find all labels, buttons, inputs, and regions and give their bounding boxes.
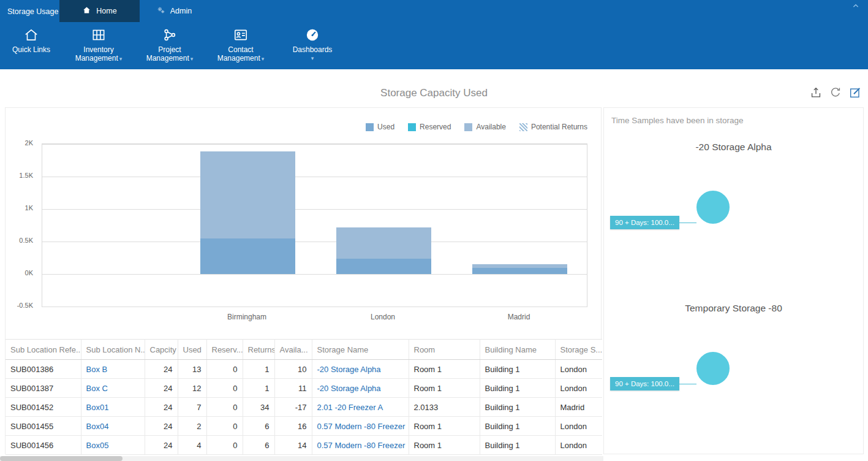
column-header[interactable]: Sub Location N... xyxy=(81,340,145,360)
cell: 1 xyxy=(243,379,274,398)
cell: London xyxy=(555,379,602,398)
y-tick-label: 1.5K xyxy=(6,172,37,179)
column-header[interactable]: Storage Name xyxy=(312,340,409,360)
refresh-icon[interactable] xyxy=(829,86,842,99)
column-header[interactable]: Returns xyxy=(243,340,274,360)
cell: 0 xyxy=(206,436,243,455)
nav-item-dashboards[interactable]: Dashboards ▾ xyxy=(279,27,346,63)
y-axis-labels: 2K1.5K1K0.5K0K-0.5K xyxy=(6,143,37,307)
home-icon xyxy=(82,6,91,17)
column-header[interactable]: Capcity xyxy=(145,340,178,360)
bar-segment-used[interactable] xyxy=(200,238,295,274)
cell-link[interactable]: 0.57 Modern -80 Freezer xyxy=(312,417,409,436)
legend-item-available[interactable]: Available xyxy=(464,123,505,131)
scrollbar-thumb[interactable] xyxy=(0,456,123,461)
legend-item-potential-returns[interactable]: Potential Returns xyxy=(519,123,587,131)
donut-chart[interactable] xyxy=(696,191,730,224)
cell: 24 xyxy=(145,379,178,398)
cell: Room 1 xyxy=(409,417,480,436)
legend-item-reserved[interactable]: Reserved xyxy=(408,123,451,131)
cell: 4 xyxy=(178,436,206,455)
contact-icon xyxy=(233,27,249,43)
donut-chart[interactable] xyxy=(696,352,730,385)
nav-item-inventory-management[interactable]: Inventory Management▾ xyxy=(65,27,132,63)
bar-segment-available[interactable] xyxy=(472,264,567,268)
legend-label: Used xyxy=(377,123,394,131)
caret-down-icon: ▾ xyxy=(279,54,346,63)
legend-swatch xyxy=(464,123,472,131)
tab-home-label: Home xyxy=(96,7,116,15)
bar-segment-used[interactable] xyxy=(336,259,431,274)
cell-link[interactable]: Box04 xyxy=(81,417,145,436)
legend-item-used[interactable]: Used xyxy=(366,123,394,131)
column-header[interactable]: Availa... xyxy=(274,340,312,360)
cell: London xyxy=(555,436,602,455)
donut-title: -20 Storage Alpha xyxy=(604,142,863,153)
x-axis-labels: BirminghamLondonMadrid xyxy=(42,313,587,325)
horizontal-scrollbar[interactable] xyxy=(0,456,603,461)
gridline xyxy=(42,307,587,307)
cell: 12 xyxy=(178,379,206,398)
cell-link[interactable]: Box C xyxy=(81,379,145,398)
y-tick-label: 0K xyxy=(6,269,37,276)
cell: SUB001452 xyxy=(6,398,81,417)
y-tick-label: 0.5K xyxy=(6,237,37,244)
chart-legend: UsedReservedAvailablePotential Returns xyxy=(366,123,587,131)
tab-home[interactable]: Home xyxy=(59,0,140,22)
scroll-top-button[interactable] xyxy=(848,1,863,13)
gears-icon xyxy=(156,6,165,17)
tab-admin[interactable]: Admin xyxy=(146,0,202,22)
nav-label: Project Management xyxy=(146,45,189,63)
bar-chart-plot xyxy=(42,143,587,307)
edit-icon[interactable] xyxy=(848,86,862,99)
cell: Madrid xyxy=(555,398,602,417)
cell: 2 xyxy=(178,417,206,436)
cell: Building 1 xyxy=(480,398,555,417)
donut-title: Temporary Storage -80 xyxy=(604,303,863,314)
column-header[interactable]: Reserv... xyxy=(206,340,243,360)
legend-label: Potential Returns xyxy=(531,123,587,131)
column-header[interactable]: Room xyxy=(409,340,480,360)
dashboard-toolbar xyxy=(809,86,862,99)
legend-swatch xyxy=(366,123,374,131)
slice-label: 90 + Days: 100.0... xyxy=(610,377,679,391)
nav-item-contact-management[interactable]: Contact Management▾ xyxy=(207,27,274,63)
bar-segment-available[interactable] xyxy=(200,151,295,238)
nav-item-quick-links[interactable]: Quick Links xyxy=(4,27,59,54)
cell: SUB001456 xyxy=(6,436,81,455)
nav-item-project-management[interactable]: Project Management▾ xyxy=(136,27,203,63)
x-tick-label: Madrid xyxy=(470,313,568,321)
top-nav: Storage Usage Home Admin xyxy=(0,0,868,69)
cell-link[interactable]: Box01 xyxy=(81,398,145,417)
cell-link[interactable]: -20 Storage Alpha xyxy=(312,360,409,379)
app-title: Storage Usage xyxy=(7,7,58,16)
cell-link[interactable]: -20 Storage Alpha xyxy=(312,379,409,398)
nav-label: Inventory Management xyxy=(75,45,118,63)
app-window: Storage Usage Home Admin xyxy=(0,0,868,461)
cell-link[interactable]: 2.01 -20 Freezer A xyxy=(312,398,409,417)
table-row: SUB001387Box C24120111-20 Storage AlphaR… xyxy=(6,379,602,398)
legend-label: Available xyxy=(476,123,505,131)
cell-link[interactable]: Box05 xyxy=(81,436,145,455)
table-body: SUB001386Box B24130110-20 Storage AlphaR… xyxy=(6,360,602,455)
export-icon[interactable] xyxy=(809,86,823,99)
column-header[interactable]: Building Name xyxy=(480,340,555,360)
y-tick-label: -0.5K xyxy=(6,302,37,309)
inventory-icon xyxy=(91,27,107,43)
x-tick-label: Birmingham xyxy=(198,313,296,321)
column-header[interactable]: Sub Location Refe... xyxy=(6,340,81,360)
caret-down-icon: ▾ xyxy=(262,56,265,62)
table-header-row: Sub Location Refe...Sub Location N...Cap… xyxy=(6,340,602,360)
storage-capacity-widget: UsedReservedAvailablePotential Returns 2… xyxy=(5,107,602,454)
nav-label: Contact Management xyxy=(217,45,260,63)
x-tick-label: London xyxy=(334,313,432,321)
cell-link[interactable]: Box B xyxy=(81,360,145,379)
column-header[interactable]: Storage S... xyxy=(555,340,602,360)
bar-segment-used[interactable] xyxy=(472,268,567,274)
cell: SUB001455 xyxy=(6,417,81,436)
column-header[interactable]: Used xyxy=(178,340,206,360)
cell: Room 1 xyxy=(409,436,480,455)
cell-link[interactable]: 0.57 Modern -80 Freezer xyxy=(312,436,409,455)
donut-chart-block: -20 Storage Alpha90 + Days: 100.0... xyxy=(604,142,863,301)
bar-segment-available[interactable] xyxy=(336,227,431,259)
